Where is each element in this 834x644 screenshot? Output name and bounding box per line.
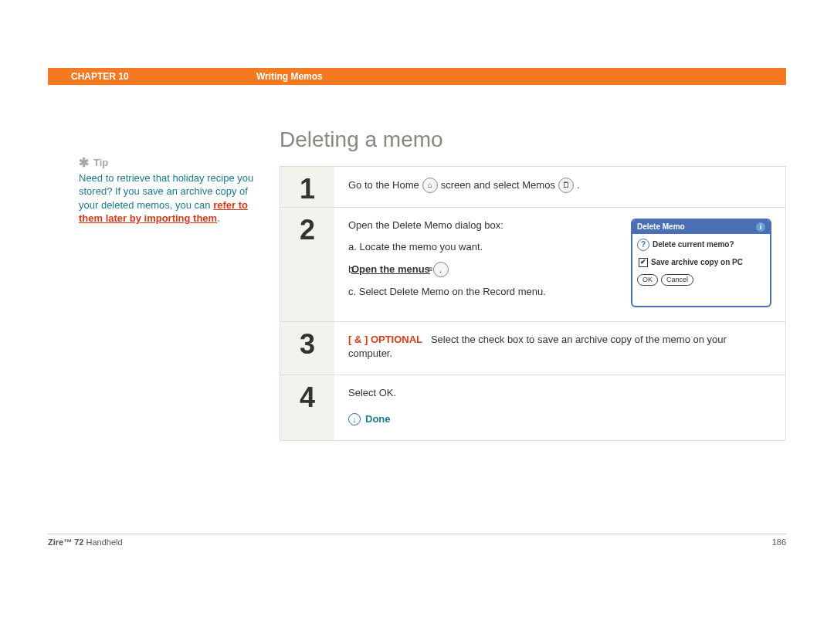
home-icon: ⌂	[422, 178, 438, 193]
step-number: 1	[280, 167, 334, 207]
step-3-text: [ & ] OPTIONAL Select the check box to s…	[348, 333, 771, 361]
dialog-question: ? Delete current memo?	[637, 239, 765, 251]
asterisk-icon: ✱	[79, 154, 89, 171]
step-number: 4	[280, 375, 334, 440]
done-indicator: ↓ Done	[348, 412, 771, 426]
checkbox-icon: ✔	[639, 258, 648, 267]
tip-label: Tip	[93, 156, 108, 170]
tip-title: ✱ Tip	[79, 154, 264, 171]
step-4-text: Select OK.	[348, 386, 771, 400]
step-2-intro: Open the Delete Memo dialog box:	[348, 219, 615, 232]
dialog-ok-button: OK	[637, 274, 658, 286]
step-2b: b. Open the menus ≡ .	[348, 262, 615, 277]
product-name: Zire™ 72 Handheld	[48, 537, 123, 547]
header-title: Writing Memos	[256, 71, 323, 82]
dialog-title: Delete Memo	[637, 222, 685, 232]
step-2a: a. Locate the memo you want.	[348, 240, 615, 254]
chapter-label: CHAPTER 10	[71, 71, 256, 82]
step-2c: c. Select Delete Memo on the Record menu…	[348, 285, 615, 299]
tip-block: ✱ Tip Need to retrieve that holiday reci…	[79, 154, 264, 225]
tip-body: Need to retrieve that holiday recipe you…	[79, 171, 264, 225]
page-footer: Zire™ 72 Handheld 186	[48, 534, 786, 547]
dialog-titlebar: Delete Memo i	[632, 220, 770, 234]
optional-tag: [ & ] OPTIONAL	[348, 334, 422, 345]
step-3: 3 [ & ] OPTIONAL Select the check box to…	[280, 322, 785, 375]
page-title: Deleting a memo	[280, 127, 786, 152]
step-1-text: Go to the Home ⌂ screen and select Memos…	[348, 178, 771, 193]
page-number: 186	[772, 537, 786, 547]
step-1: 1 Go to the Home ⌂ screen and select Mem…	[280, 167, 785, 208]
dialog-checkbox-row: ✔ Save archive copy on PC	[639, 257, 765, 268]
dialog-cancel-button: Cancel	[661, 274, 693, 286]
delete-memo-dialog: Delete Memo i ? Delete current memo? ✔	[631, 219, 771, 307]
open-menus-link[interactable]: Open the menus	[364, 263, 430, 276]
page-header: CHAPTER 10 Writing Memos	[48, 68, 786, 85]
step-4: 4 Select OK. ↓ Done	[280, 375, 785, 440]
question-icon: ?	[637, 239, 649, 251]
info-icon: i	[756, 222, 765, 232]
step-2: 2 Open the Delete Memo dialog box: a. Lo…	[280, 208, 785, 322]
step-number: 2	[280, 208, 334, 321]
step-number: 3	[280, 322, 334, 375]
down-arrow-icon: ↓	[348, 413, 361, 425]
memos-icon: 🗒	[558, 178, 574, 193]
steps-table: 1 Go to the Home ⌂ screen and select Mem…	[280, 166, 786, 441]
